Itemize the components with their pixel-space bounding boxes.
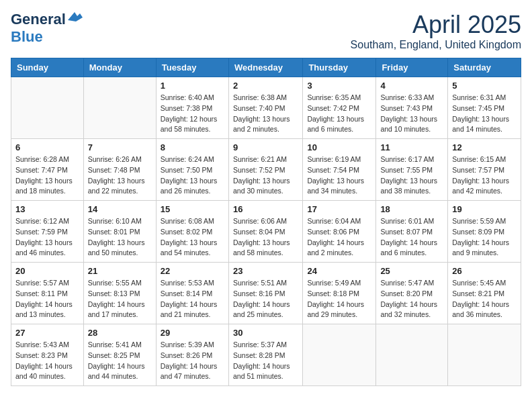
day-number: 10 — [307, 142, 371, 152]
day-number: 17 — [307, 204, 371, 214]
day-info: Sunrise: 5:57 AM Sunset: 8:11 PM Dayligh… — [15, 278, 79, 320]
calendar-cell: 13Sunrise: 6:12 AM Sunset: 7:59 PM Dayli… — [11, 201, 84, 263]
day-number: 19 — [452, 204, 517, 214]
calendar-week-1: 1Sunrise: 6:40 AM Sunset: 7:38 PM Daylig… — [11, 77, 521, 139]
day-info: Sunrise: 5:55 AM Sunset: 8:13 PM Dayligh… — [88, 278, 152, 320]
calendar-week-3: 13Sunrise: 6:12 AM Sunset: 7:59 PM Dayli… — [11, 201, 521, 263]
day-info: Sunrise: 5:45 AM Sunset: 8:21 PM Dayligh… — [452, 278, 517, 320]
calendar-cell: 10Sunrise: 6:19 AM Sunset: 7:54 PM Dayli… — [303, 139, 376, 201]
day-number: 25 — [380, 266, 443, 276]
calendar-cell: 4Sunrise: 6:33 AM Sunset: 7:43 PM Daylig… — [376, 77, 448, 139]
day-info: Sunrise: 6:26 AM Sunset: 7:48 PM Dayligh… — [88, 154, 152, 197]
weekday-header-friday: Friday — [376, 58, 448, 77]
weekday-header-row: SundayMondayTuesdayWednesdayThursdayFrid… — [11, 58, 521, 77]
day-info: Sunrise: 5:59 AM Sunset: 8:09 PM Dayligh… — [452, 216, 517, 259]
day-number: 20 — [15, 266, 79, 276]
day-number: 3 — [307, 81, 371, 91]
calendar-cell: 2Sunrise: 6:38 AM Sunset: 7:40 PM Daylig… — [228, 77, 302, 139]
day-info: Sunrise: 6:12 AM Sunset: 7:59 PM Dayligh… — [15, 216, 79, 259]
day-info: Sunrise: 5:51 AM Sunset: 8:16 PM Dayligh… — [233, 278, 298, 320]
calendar-cell: 22Sunrise: 5:53 AM Sunset: 8:14 PM Dayli… — [156, 263, 228, 324]
calendar-cell — [83, 77, 156, 139]
day-number: 14 — [88, 204, 152, 214]
day-info: Sunrise: 6:08 AM Sunset: 8:02 PM Dayligh… — [161, 216, 224, 259]
day-number: 29 — [161, 328, 224, 338]
day-info: Sunrise: 6:33 AM Sunset: 7:43 PM Dayligh… — [380, 93, 443, 135]
calendar-cell: 7Sunrise: 6:26 AM Sunset: 7:48 PM Daylig… — [83, 139, 156, 201]
day-number: 1 — [161, 81, 224, 91]
day-number: 7 — [88, 142, 152, 152]
day-number: 4 — [380, 81, 443, 91]
day-number: 27 — [15, 328, 79, 338]
calendar-cell: 11Sunrise: 6:17 AM Sunset: 7:55 PM Dayli… — [376, 139, 448, 201]
day-number: 15 — [161, 204, 224, 214]
day-info: Sunrise: 6:01 AM Sunset: 8:07 PM Dayligh… — [380, 216, 443, 259]
calendar-cell — [303, 324, 376, 386]
calendar-cell: 12Sunrise: 6:15 AM Sunset: 7:57 PM Dayli… — [448, 139, 521, 201]
day-number: 22 — [161, 266, 224, 276]
day-number: 12 — [452, 142, 517, 152]
day-number: 21 — [88, 266, 152, 276]
calendar-cell: 8Sunrise: 6:24 AM Sunset: 7:50 PM Daylig… — [156, 139, 228, 201]
calendar-cell: 21Sunrise: 5:55 AM Sunset: 8:13 PM Dayli… — [83, 263, 156, 324]
calendar-cell: 20Sunrise: 5:57 AM Sunset: 8:11 PM Dayli… — [11, 263, 84, 324]
calendar-week-5: 27Sunrise: 5:43 AM Sunset: 8:23 PM Dayli… — [11, 324, 521, 386]
weekday-header-sunday: Sunday — [11, 58, 84, 77]
weekday-header-tuesday: Tuesday — [156, 58, 228, 77]
day-info: Sunrise: 5:53 AM Sunset: 8:14 PM Dayligh… — [161, 278, 224, 320]
day-number: 9 — [233, 142, 298, 152]
day-number: 28 — [88, 328, 152, 338]
day-info: Sunrise: 6:40 AM Sunset: 7:38 PM Dayligh… — [161, 93, 224, 135]
svg-marker-0 — [68, 12, 83, 21]
day-info: Sunrise: 6:10 AM Sunset: 8:01 PM Dayligh… — [88, 216, 152, 259]
logo-bird-icon — [68, 12, 83, 23]
calendar-cell: 30Sunrise: 5:37 AM Sunset: 8:28 PM Dayli… — [228, 324, 302, 386]
day-info: Sunrise: 5:39 AM Sunset: 8:26 PM Dayligh… — [161, 340, 224, 382]
calendar-cell: 1Sunrise: 6:40 AM Sunset: 7:38 PM Daylig… — [156, 77, 228, 139]
logo-general-text: General — [11, 11, 66, 28]
calendar-cell: 9Sunrise: 6:21 AM Sunset: 7:52 PM Daylig… — [228, 139, 302, 201]
calendar-cell: 25Sunrise: 5:47 AM Sunset: 8:20 PM Dayli… — [376, 263, 448, 324]
calendar-week-4: 20Sunrise: 5:57 AM Sunset: 8:11 PM Dayli… — [11, 263, 521, 324]
calendar-cell: 27Sunrise: 5:43 AM Sunset: 8:23 PM Dayli… — [11, 324, 84, 386]
calendar-cell: 16Sunrise: 6:06 AM Sunset: 8:04 PM Dayli… — [228, 201, 302, 263]
day-number: 18 — [380, 204, 443, 214]
day-info: Sunrise: 6:38 AM Sunset: 7:40 PM Dayligh… — [233, 93, 298, 135]
calendar-cell: 6Sunrise: 6:28 AM Sunset: 7:47 PM Daylig… — [11, 139, 84, 201]
day-info: Sunrise: 6:31 AM Sunset: 7:45 PM Dayligh… — [452, 93, 517, 135]
calendar-cell: 15Sunrise: 6:08 AM Sunset: 8:02 PM Dayli… — [156, 201, 228, 263]
calendar-cell — [448, 324, 521, 386]
day-number: 24 — [307, 266, 371, 276]
day-number: 16 — [233, 204, 298, 214]
page-header: General Blue April 2025 Southam, England… — [11, 11, 521, 51]
day-number: 30 — [233, 328, 298, 338]
day-info: Sunrise: 6:06 AM Sunset: 8:04 PM Dayligh… — [233, 216, 298, 259]
day-number: 11 — [380, 142, 443, 152]
day-info: Sunrise: 6:21 AM Sunset: 7:52 PM Dayligh… — [233, 154, 298, 197]
title-block: April 2025 Southam, England, United King… — [351, 11, 521, 51]
weekday-header-thursday: Thursday — [303, 58, 376, 77]
day-number: 5 — [452, 81, 517, 91]
calendar-cell: 24Sunrise: 5:49 AM Sunset: 8:18 PM Dayli… — [303, 263, 376, 324]
logo: General Blue — [11, 11, 83, 46]
calendar-cell: 23Sunrise: 5:51 AM Sunset: 8:16 PM Dayli… — [228, 263, 302, 324]
day-info: Sunrise: 6:28 AM Sunset: 7:47 PM Dayligh… — [15, 154, 79, 197]
logo-blue-text: Blue — [11, 28, 43, 46]
day-info: Sunrise: 6:19 AM Sunset: 7:54 PM Dayligh… — [307, 154, 371, 197]
day-info: Sunrise: 5:49 AM Sunset: 8:18 PM Dayligh… — [307, 278, 371, 320]
day-info: Sunrise: 6:24 AM Sunset: 7:50 PM Dayligh… — [161, 154, 224, 197]
calendar-cell: 29Sunrise: 5:39 AM Sunset: 8:26 PM Dayli… — [156, 324, 228, 386]
weekday-header-wednesday: Wednesday — [228, 58, 302, 77]
day-number: 26 — [452, 266, 517, 276]
day-number: 2 — [233, 81, 298, 91]
calendar-cell: 28Sunrise: 5:41 AM Sunset: 8:25 PM Dayli… — [83, 324, 156, 386]
calendar-week-2: 6Sunrise: 6:28 AM Sunset: 7:47 PM Daylig… — [11, 139, 521, 201]
location-subtitle: Southam, England, United Kingdom — [351, 39, 521, 51]
day-info: Sunrise: 6:35 AM Sunset: 7:42 PM Dayligh… — [307, 93, 371, 135]
day-number: 23 — [233, 266, 298, 276]
calendar-cell: 26Sunrise: 5:45 AM Sunset: 8:21 PM Dayli… — [448, 263, 521, 324]
calendar-cell: 19Sunrise: 5:59 AM Sunset: 8:09 PM Dayli… — [448, 201, 521, 263]
day-info: Sunrise: 6:15 AM Sunset: 7:57 PM Dayligh… — [452, 154, 517, 197]
calendar-cell: 18Sunrise: 6:01 AM Sunset: 8:07 PM Dayli… — [376, 201, 448, 263]
calendar-cell: 17Sunrise: 6:04 AM Sunset: 8:06 PM Dayli… — [303, 201, 376, 263]
